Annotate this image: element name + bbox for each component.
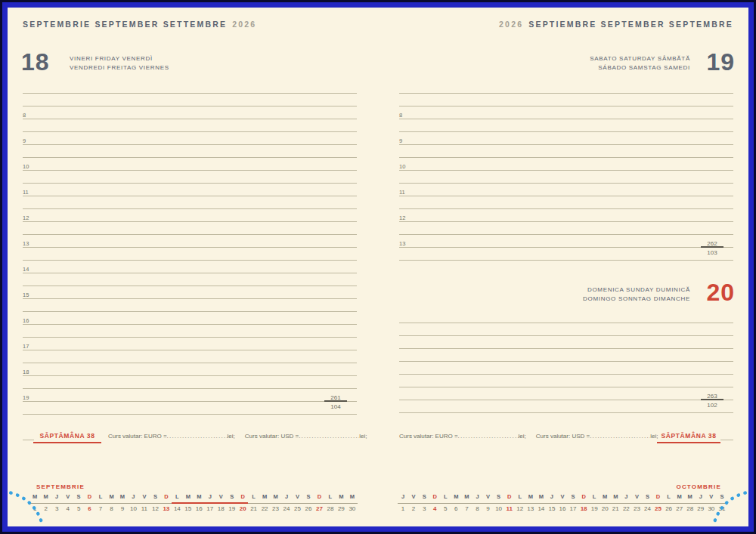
- ruled-line: [399, 119, 733, 132]
- calendar-date: 12: [515, 505, 525, 512]
- ruled-line: 16: [23, 312, 357, 325]
- month-names: SEPTEMBRIE SEPTEMBER SETTEMBRE: [23, 20, 227, 29]
- calendar-date: 14: [536, 505, 547, 512]
- ruled-line: [23, 171, 357, 184]
- currency-row: Curs valutar: EURO = ...................…: [399, 433, 658, 440]
- weekday-letter: M: [183, 493, 194, 500]
- calendar-date: 16: [194, 505, 204, 512]
- day-names-line1: SABATO SATURDAY SÂMBĂTĂ: [590, 54, 690, 63]
- calendar-date: 11: [504, 505, 515, 512]
- weekday-letter: M: [117, 493, 128, 500]
- month-header-right: 2026SEPTIEMBRE SEPTEMBER SEPTEMBRE: [499, 20, 733, 29]
- calendar-date: 6: [84, 505, 94, 512]
- calendar-date: 19: [226, 505, 237, 512]
- ruled-line: [23, 196, 357, 209]
- ruled-line: [399, 248, 733, 261]
- ruled-line: 8: [399, 106, 733, 119]
- dotted-leader: ........................................…: [299, 433, 359, 440]
- weekday-letter: V: [483, 493, 494, 500]
- weekday-letter: D: [429, 493, 440, 500]
- hour-label: 19: [23, 395, 29, 401]
- calendar-date: 3: [419, 505, 429, 512]
- ruled-line: [399, 94, 733, 106]
- hour-label: 14: [23, 267, 29, 273]
- day-names-line2: VENDREDI FREITAG VIERNES: [70, 63, 169, 73]
- weekday-letter: L: [95, 493, 106, 500]
- week-number-tab: SĂPTĂMÂNA 38: [33, 432, 101, 443]
- calendar-date: 26: [664, 505, 674, 512]
- calendar-date: 5: [440, 505, 451, 512]
- hour-label: 8: [23, 113, 26, 119]
- weekday-letter: D: [578, 493, 589, 500]
- ruled-line: 19: [23, 389, 357, 402]
- weekday-letter: M: [600, 493, 610, 500]
- weekday-letter: M: [259, 493, 270, 500]
- weekday-letter: S: [642, 493, 652, 500]
- calendar-date: 4: [62, 505, 73, 512]
- ruled-line: [399, 196, 733, 209]
- calendar-date: 22: [259, 505, 270, 512]
- ruled-line: [23, 273, 357, 286]
- weekday-letter: M: [461, 493, 472, 500]
- lei-unit: lei;: [519, 433, 526, 440]
- mini-calendar-september: SEPTEMBRIE MMJVSDLMMJVSDLMMJVSDLMMJVSDLM…: [29, 483, 358, 517]
- euro-rate-line: Curs valutar: EURO = ...................…: [399, 433, 526, 440]
- ruled-line: [399, 310, 733, 323]
- weekday-letter: S: [226, 493, 237, 500]
- weekday-letter: M: [536, 493, 547, 500]
- weekday-letter: S: [494, 493, 504, 500]
- weekday-letter: V: [631, 493, 642, 500]
- ruled-line: [399, 336, 733, 349]
- weekday-letter: L: [589, 493, 600, 500]
- calendar-date: 10: [494, 505, 504, 512]
- day-number-20: 20: [706, 280, 735, 304]
- hour-label: 13: [399, 241, 405, 247]
- weekday-letter: S: [419, 493, 429, 500]
- page-right: 2026SEPTIEMBRE SEPTEMBER SEPTEMBRE SABAT…: [399, 0, 733, 534]
- hour-label: 8: [399, 113, 402, 119]
- day-number-18: 18: [21, 50, 50, 74]
- weekday-letter: V: [215, 493, 226, 500]
- calendar-date: 7: [95, 505, 106, 512]
- weekday-letter: J: [51, 493, 62, 500]
- weekday-letter: S: [73, 493, 84, 500]
- calendar-date: 10: [128, 505, 138, 512]
- ruled-line: 13: [399, 235, 733, 248]
- lei-unit: lei;: [359, 433, 367, 440]
- weekday-letter: M: [674, 493, 685, 500]
- weekday-letter: J: [547, 493, 557, 500]
- calendar-date: 29: [336, 505, 346, 512]
- calendar-date: 5: [73, 505, 84, 512]
- ruled-line: 12: [23, 209, 357, 222]
- ruled-line: [399, 323, 733, 336]
- hour-label: 13: [23, 241, 29, 247]
- calendar-date: 8: [472, 505, 482, 512]
- dotted-leader: ........................................…: [590, 433, 650, 440]
- ruled-line: [23, 325, 357, 338]
- calendar-date: 28: [325, 505, 336, 512]
- calendar-date: 13: [525, 505, 536, 512]
- mini-calendar-october: OCTOMBRIE JVSDLMMJVSDLMMJVSDLMMJVSDLMMJV…: [398, 483, 727, 517]
- day-of-year: 261: [324, 394, 347, 402]
- day-of-year-marker: 263 102: [701, 392, 723, 409]
- ruled-line: 11: [23, 184, 357, 196]
- ruled-line: 8: [23, 106, 357, 119]
- weekday-letter: S: [303, 493, 314, 500]
- weekday-letter: L: [440, 493, 451, 500]
- paper-content: SEPTEMBRIE SEPTEMBER SETTEMBRE2026 18 VI…: [0, 0, 756, 534]
- calendar-date: 27: [314, 505, 324, 512]
- calendar-date: 22: [621, 505, 631, 512]
- calendar-date: 20: [600, 505, 610, 512]
- ruled-line: 11: [399, 184, 733, 196]
- diary-spread: SEPTEMBRIE SEPTEMBER SETTEMBRE2026 18 VI…: [0, 0, 756, 534]
- hour-label: 10: [399, 164, 405, 170]
- ruled-line: [399, 362, 733, 375]
- weekday-letter: L: [515, 493, 525, 500]
- ruled-line: 9: [399, 132, 733, 145]
- calendar-date: 25: [653, 505, 664, 512]
- lei-unit: lei;: [228, 433, 235, 440]
- hour-label: 15: [23, 292, 29, 298]
- day-names-friday: VINERI FRIDAY VENERDÌ VENDREDI FREITAG V…: [70, 54, 169, 72]
- ruled-line: [399, 349, 733, 362]
- weekday-letter: J: [205, 493, 215, 500]
